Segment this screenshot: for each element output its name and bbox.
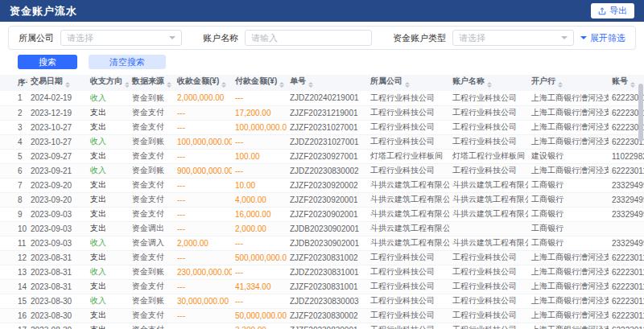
cell-date: 2023-09-27 xyxy=(27,149,87,163)
scrollbar-thumb[interactable] xyxy=(638,84,643,142)
cell-account-name: 工程行业科技公司 xyxy=(449,105,528,120)
table-row: 82023-09-20支出资金支付---4,000.00ZJZF20230920… xyxy=(0,192,644,207)
cell-order-no: ZJZF20230902001 xyxy=(287,207,367,221)
cell-receipt-amount: --- xyxy=(174,323,232,329)
sort-caret-icon[interactable] xyxy=(405,80,410,90)
cell-payment-amount: 16,000.00 xyxy=(232,207,287,221)
cell-bank: 上海工商银行漕河泾支行 xyxy=(528,105,609,120)
table-row: 72023-09-20支出资金支付---10.00ZJZF20230920002… xyxy=(0,178,644,192)
column-header-order-no[interactable]: 单号 xyxy=(287,75,367,91)
column-header-payment-amount[interactable]: 付款金额(¥) xyxy=(232,75,287,91)
sort-caret-icon[interactable] xyxy=(221,80,226,90)
table-row: 172023-08-30支出资金支付---3,300.00ZJZF2023083… xyxy=(0,323,644,329)
cell-company: 斗拱云建筑工程有限公司 xyxy=(367,236,449,250)
column-header-company[interactable]: 所属公司 xyxy=(367,75,449,91)
cell-receipt-amount: --- xyxy=(174,178,232,192)
sort-caret-icon[interactable] xyxy=(630,80,635,90)
cell-index: 2 xyxy=(0,105,27,120)
cell-order-no: ZJDZ20230830003 xyxy=(287,294,367,308)
cell-direction: 收入 xyxy=(87,236,129,250)
sort-caret-icon[interactable] xyxy=(308,80,313,90)
cell-company: 工程行业科技公司 xyxy=(367,120,449,134)
cell-receipt-amount: 230,000,000.00 xyxy=(174,265,232,279)
company-select[interactable]: 请选择 xyxy=(60,30,182,46)
cell-direction: 收入 xyxy=(87,134,129,149)
cell-source: 资金到账 xyxy=(129,163,174,178)
cell-direction: 支出 xyxy=(87,308,129,323)
cell-direction: 支出 xyxy=(87,178,129,192)
cell-index: 5 xyxy=(0,149,27,163)
cell-bank: 工商银行 xyxy=(528,178,609,192)
column-header-account-name[interactable]: 账户名称 xyxy=(449,75,528,91)
column-header-label: 账号 xyxy=(612,76,628,85)
sort-caret-icon[interactable] xyxy=(65,80,70,90)
cell-source: 资金支付 xyxy=(129,120,174,134)
cell-bank: 上海工商银行漕河泾支行 xyxy=(528,308,609,323)
cell-source: 资金到账 xyxy=(129,294,174,308)
sort-caret-icon[interactable] xyxy=(558,80,563,90)
sort-caret-icon[interactable] xyxy=(279,80,284,90)
cell-company: 灯塔工程行业样板间 xyxy=(367,149,449,163)
account-type-filter-label: 资金账户类型 xyxy=(393,32,446,44)
cell-receipt-amount: --- xyxy=(174,120,232,134)
cell-index: 4 xyxy=(0,134,27,149)
column-header-direction[interactable]: 收支方向 xyxy=(87,75,129,91)
cell-direction: 支出 xyxy=(87,192,129,207)
column-header-bank[interactable]: 开户行 xyxy=(528,75,609,91)
cell-order-no: ZJZF20230830002 xyxy=(287,308,367,323)
cell-source: 资金支付 xyxy=(129,149,174,163)
column-header-label: 序号 xyxy=(18,78,27,87)
expand-filters-label: 展开筛选 xyxy=(590,32,625,44)
cell-company: 工程行业科技公司 xyxy=(367,163,449,178)
account-type-select[interactable]: 请选择 xyxy=(452,30,574,46)
cell-bank: 上海工商银行漕河泾支行 xyxy=(528,323,609,329)
column-header-index: 序号 xyxy=(0,75,27,91)
cell-direction: 支出 xyxy=(87,279,129,294)
sort-caret-icon[interactable] xyxy=(167,80,171,90)
filter-bar: 所属公司 请选择 账户名称 资金账户类型 请选择 展开筛选 xyxy=(8,26,636,50)
cell-direction: 支出 xyxy=(87,149,129,163)
clear-search-button[interactable]: 清空搜索 xyxy=(89,55,166,69)
cell-source: 资金支付 xyxy=(129,250,174,265)
page-title: 资金账户流水 xyxy=(10,4,77,19)
cell-index: 1 xyxy=(0,91,27,105)
cell-payment-amount: --- xyxy=(232,294,287,308)
cell-account-name: 工程行业科技公司 xyxy=(449,323,528,329)
sort-caret-icon[interactable] xyxy=(125,80,129,90)
cell-company: 工程行业科技公司 xyxy=(367,308,449,323)
cell-payment-amount: --- xyxy=(232,91,287,105)
export-button[interactable]: 导出 xyxy=(591,3,634,19)
column-header-date[interactable]: 交易日期 xyxy=(27,75,87,91)
cell-date: 2023-09-20 xyxy=(27,178,87,192)
cell-company: 工程行业科技公司 xyxy=(367,250,449,265)
cell-index: 7 xyxy=(0,178,27,192)
column-header-source[interactable]: 数据来源 xyxy=(129,75,174,91)
account-name-input[interactable] xyxy=(245,30,372,46)
cell-receipt-amount: 900,000,000.00 xyxy=(174,163,232,178)
cell-direction: 收入 xyxy=(87,294,129,308)
column-header-receipt-amount[interactable]: 收款金额(¥) xyxy=(174,75,232,91)
cell-payment-amount: 2,000.00 xyxy=(232,221,287,236)
cell-source: 资金调入 xyxy=(129,236,174,250)
cell-account-name: 工程行业科技公司 xyxy=(449,120,528,134)
chevron-down-icon xyxy=(561,36,568,39)
cell-company: 斗拱云建筑工程有限公司 xyxy=(367,178,449,192)
cell-account-name: 工程行业科技公司 xyxy=(449,308,528,323)
cell-source: 资金调出 xyxy=(129,221,174,236)
cell-source: 资金到账 xyxy=(129,91,174,105)
expand-filters-link[interactable]: 展开筛选 xyxy=(580,32,625,44)
cell-bank: 上海工商银行漕河泾支行 xyxy=(528,250,609,265)
table-row: 92023-09-03支出资金支付---16,000.00ZJZF2023090… xyxy=(0,207,644,221)
cell-index: 9 xyxy=(0,207,27,221)
company-select-placeholder: 请选择 xyxy=(67,32,93,44)
cell-account-name xyxy=(449,221,528,236)
cell-payment-amount: 41,334.00 xyxy=(232,279,287,294)
filter-actions: 搜索 清空搜索 xyxy=(18,55,644,69)
cell-direction: 收入 xyxy=(87,91,129,105)
cell-receipt-amount: 2,000,000.00 xyxy=(174,91,232,105)
column-header-label: 账户名称 xyxy=(452,76,485,85)
sort-caret-icon[interactable] xyxy=(487,80,492,90)
search-button[interactable]: 搜索 xyxy=(18,55,77,69)
flow-table-wrap: 序号交易日期收支方向数据来源收款金额(¥)付款金额(¥)单号所属公司账户名称开户… xyxy=(0,75,644,329)
cell-company: 工程行业科技公司 xyxy=(367,279,449,294)
